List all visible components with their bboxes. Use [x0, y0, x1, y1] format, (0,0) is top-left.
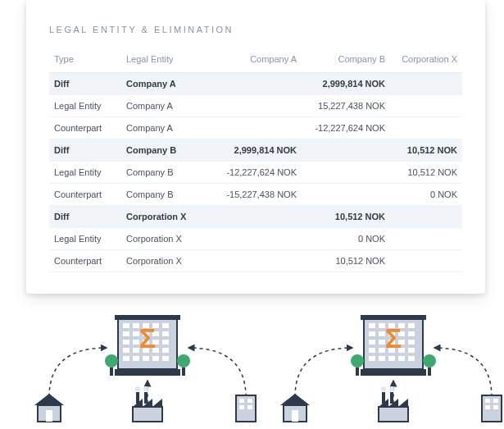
cell-a [213, 228, 302, 250]
cell-a [213, 95, 302, 117]
table-row: Counterpart Company B -15,227,438 NOK 0 … [49, 184, 462, 206]
cell-a [213, 206, 302, 228]
cell-type: Legal Entity [49, 162, 121, 184]
cell-entity: Company A [121, 117, 213, 139]
cell-type: Counterpart [49, 117, 121, 139]
col-corporation-x: Corporation X [390, 49, 462, 73]
cell-x [390, 117, 462, 139]
illustration: Σ [0, 315, 504, 429]
cell-entity: Company B [121, 184, 213, 206]
table-body: Diff Company A 2,999,814 NOK Legal Entit… [49, 73, 462, 272]
cell-entity: Company B [121, 162, 213, 184]
cell-x: 10,512 NOK [390, 139, 462, 162]
cell-entity: Company A [121, 73, 213, 95]
table-row: Diff Company B 2,999,814 NOK 10,512 NOK [49, 139, 462, 162]
cell-a: -12,227,624 NOK [213, 162, 302, 184]
cell-a [213, 250, 302, 272]
cell-type: Legal Entity [49, 95, 121, 117]
cell-type: Diff [49, 73, 121, 95]
cell-x [390, 228, 462, 250]
table-row: Diff Company A 2,999,814 NOK [49, 73, 462, 95]
cell-b: 15,227,438 NOK [302, 95, 390, 117]
cell-entity: Corporation X [121, 228, 213, 250]
col-company-a: Company A [213, 49, 302, 73]
col-legal-entity: Legal Entity [121, 49, 213, 73]
cell-a: 2,999,814 NOK [213, 139, 302, 162]
col-type: Type [49, 49, 121, 73]
cell-b [302, 184, 390, 206]
cell-type: Counterpart [49, 184, 121, 206]
cell-type: Diff [49, 139, 121, 162]
cell-x [390, 206, 462, 228]
cell-entity: Corporation X [121, 206, 213, 228]
cell-x [390, 73, 462, 95]
hierarchy-diagram-icon: Σ [0, 315, 504, 429]
report-card: LEGAL ENTITY & ELIMINATION Type Legal En… [26, 0, 485, 294]
cell-entity: Company B [121, 139, 213, 162]
cell-entity: Corporation X [121, 250, 213, 272]
table-row: Diff Corporation X 10,512 NOK [49, 206, 462, 228]
card-title: LEGAL ENTITY & ELIMINATION [49, 25, 462, 34]
cell-type: Counterpart [49, 250, 121, 272]
cell-x: 10,512 NOK [390, 162, 462, 184]
table-row: Counterpart Corporation X 10,512 NOK [49, 250, 462, 272]
cell-x [390, 250, 462, 272]
cell-x: 0 NOK [390, 184, 462, 206]
table-row: Legal Entity Company A 15,227,438 NOK [49, 95, 462, 117]
elimination-table: Type Legal Entity Company A Company B Co… [49, 49, 462, 272]
cell-a: -15,227,438 NOK [213, 184, 302, 206]
col-company-b: Company B [302, 49, 390, 73]
table-header-row: Type Legal Entity Company A Company B Co… [49, 49, 462, 73]
cell-a [213, 117, 302, 139]
cell-b [302, 139, 390, 162]
table-row: Legal Entity Corporation X 0 NOK [49, 228, 462, 250]
cell-b: 0 NOK [302, 228, 390, 250]
cell-type: Diff [49, 206, 121, 228]
table-row: Legal Entity Company B -12,227,624 NOK 1… [49, 162, 462, 184]
cell-x [390, 95, 462, 117]
table-row: Counterpart Company A -12,227,624 NOK [49, 117, 462, 139]
cell-b: 10,512 NOK [302, 250, 390, 272]
cell-b: -12,227,624 NOK [302, 117, 390, 139]
cell-type: Legal Entity [49, 228, 121, 250]
cell-b: 2,999,814 NOK [302, 73, 390, 95]
cell-b [302, 162, 390, 184]
cell-entity: Company A [121, 95, 213, 117]
cell-a [213, 73, 302, 95]
cell-b: 10,512 NOK [302, 206, 390, 228]
